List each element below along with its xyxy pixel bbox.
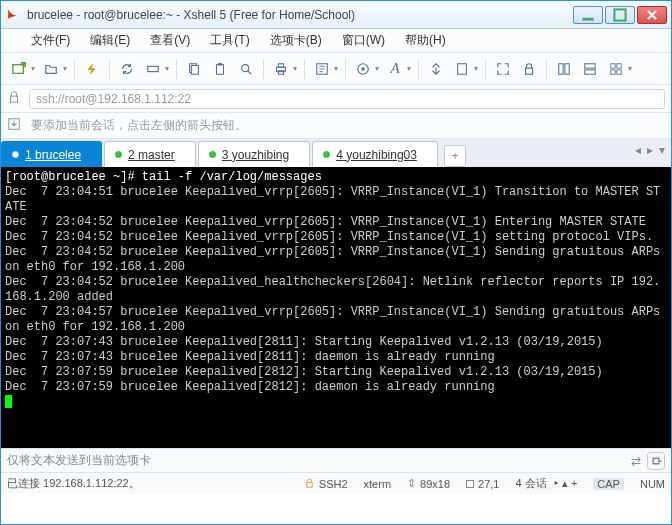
lock-icon <box>7 90 25 107</box>
info-bar: 要添加当前会话，点击左侧的箭头按钮。 <box>1 113 671 139</box>
svg-rect-17 <box>559 63 563 74</box>
menu-edit[interactable]: 编辑(E) <box>82 30 138 51</box>
send-exit-button[interactable] <box>647 452 665 470</box>
terminal-line: Dec 7 23:04:52 brucelee Keepalived_healt… <box>5 275 667 305</box>
new-tab-button[interactable]: + <box>444 145 466 167</box>
close-button[interactable] <box>637 6 667 24</box>
address-input[interactable]: ssh://root@192.168.1.112:22 <box>29 89 665 109</box>
quick-connect-button[interactable] <box>80 57 104 81</box>
menu-tabs[interactable]: 选项卡(B) <box>262 30 330 51</box>
send-hint: 仅将文本发送到当前选项卡 <box>7 452 631 469</box>
terminal-line: Dec 7 23:07:59 brucelee Keepalived[2812]… <box>5 365 667 380</box>
properties-button[interactable] <box>310 57 334 81</box>
svg-rect-1 <box>614 9 625 20</box>
tile-vertical-button[interactable] <box>578 57 602 81</box>
font-button[interactable]: A <box>383 57 407 81</box>
svg-rect-6 <box>217 64 224 74</box>
new-session-button[interactable] <box>7 57 31 81</box>
find-button[interactable] <box>234 57 258 81</box>
fullscreen-button[interactable] <box>491 57 515 81</box>
tab-brucelee[interactable]: 1 brucelee <box>1 141 102 167</box>
svg-rect-10 <box>278 63 283 67</box>
script-button[interactable] <box>450 57 474 81</box>
svg-rect-5 <box>191 65 198 74</box>
terminal-line: Dec 7 23:04:52 brucelee Keepalived_vrrp[… <box>5 245 667 275</box>
paste-button[interactable] <box>208 57 232 81</box>
terminal-line: Dec 7 23:07:43 brucelee Keepalived[2811]… <box>5 350 667 365</box>
tab-list-icon[interactable]: ▾ <box>659 143 665 157</box>
terminal-line: Dec 7 23:04:57 brucelee Keepalived_vrrp[… <box>5 305 667 335</box>
status-connection: 已连接 192.168.1.112:22。 <box>7 476 140 491</box>
dropdown-icon[interactable]: ▾ <box>31 64 35 73</box>
dropdown-icon[interactable]: ▾ <box>474 64 478 73</box>
svg-point-8 <box>242 64 249 71</box>
status-cap: CAP <box>593 478 624 490</box>
status-bar: 已连接 192.168.1.112:22。 SSH2 xterm ⇕89x18 … <box>1 472 671 494</box>
status-dot-icon <box>12 151 19 158</box>
status-ssh: SSH2 <box>304 478 348 490</box>
cursor <box>5 395 12 408</box>
menu-file[interactable]: 文件(F) <box>23 30 78 51</box>
terminal-line: Dec 7 23:04:51 brucelee Keepalived_vrrp[… <box>5 185 667 215</box>
send-mode-icon[interactable]: ⇄ <box>631 454 641 468</box>
svg-rect-24 <box>617 69 621 73</box>
svg-point-14 <box>361 67 365 71</box>
tile-horizontal-button[interactable] <box>552 57 576 81</box>
window-title: brucelee - root@brucelee:~ - Xshell 5 (F… <box>27 8 573 22</box>
status-dot-icon <box>209 151 216 158</box>
toolbar: ▾ ▾ ▾ ▾ ▾ ▾ A▾ ▾ ▾ <box>1 53 671 85</box>
dropdown-icon[interactable]: ▾ <box>293 64 297 73</box>
menu-help[interactable]: 帮助(H) <box>397 30 454 51</box>
status-num: NUM <box>640 478 665 490</box>
menu-window[interactable]: 窗口(W) <box>334 30 393 51</box>
menu-view[interactable]: 查看(V) <box>142 30 198 51</box>
status-term: xterm <box>364 478 392 490</box>
transfer-button[interactable] <box>424 57 448 81</box>
svg-rect-25 <box>11 96 18 102</box>
tab-youzhibing03[interactable]: 4 youzhibing03 <box>312 141 438 167</box>
svg-rect-18 <box>565 63 569 74</box>
reconnect-button[interactable] <box>115 57 139 81</box>
lock-button[interactable] <box>517 57 541 81</box>
prompt: [root@brucelee ~]# <box>5 170 142 184</box>
dropdown-icon[interactable]: ▾ <box>63 64 67 73</box>
dropdown-icon[interactable]: ▾ <box>165 64 169 73</box>
maximize-button[interactable] <box>605 6 635 24</box>
tab-next-icon[interactable]: ▸ <box>647 143 653 157</box>
app-icon <box>5 7 21 23</box>
arrow-save-icon[interactable] <box>7 117 25 134</box>
status-dot-icon <box>323 151 330 158</box>
svg-rect-3 <box>148 66 159 71</box>
dropdown-icon[interactable]: ▾ <box>375 64 379 73</box>
svg-rect-27 <box>307 483 313 488</box>
svg-rect-23 <box>611 69 615 73</box>
color-scheme-button[interactable] <box>351 57 375 81</box>
svg-rect-0 <box>582 17 593 20</box>
terminal-line: Dec 7 23:07:43 brucelee Keepalived[2811]… <box>5 335 667 350</box>
address-text: ssh://root@192.168.1.112:22 <box>36 92 191 106</box>
svg-rect-21 <box>611 63 615 67</box>
copy-button[interactable] <box>182 57 206 81</box>
status-pos: 27,1 <box>466 478 499 490</box>
status-sessions: 4 会话 ‣ ▴ + <box>515 476 577 491</box>
terminal[interactable]: [root@brucelee ~]# tail -f /var/log/mess… <box>1 167 671 448</box>
tab-prev-icon[interactable]: ◂ <box>635 143 641 157</box>
disconnect-button[interactable] <box>141 57 165 81</box>
tile-grid-button[interactable] <box>604 57 628 81</box>
session-tabs: 1 brucelee 2 master 3 youzhibing 4 youzh… <box>1 139 671 167</box>
tab-master[interactable]: 2 master <box>104 141 196 167</box>
dropdown-icon[interactable]: ▾ <box>628 64 632 73</box>
dropdown-icon[interactable]: ▾ <box>334 64 338 73</box>
dropdown-icon[interactable]: ▾ <box>407 64 411 73</box>
status-size: ⇕89x18 <box>407 477 450 490</box>
svg-rect-2 <box>13 64 24 73</box>
menu-tools[interactable]: 工具(T) <box>202 30 257 51</box>
svg-rect-22 <box>617 63 621 67</box>
open-button[interactable] <box>39 57 63 81</box>
tab-youzhibing[interactable]: 3 youzhibing <box>198 141 310 167</box>
info-text: 要添加当前会话，点击左侧的箭头按钮。 <box>31 117 247 134</box>
svg-rect-15 <box>458 63 467 74</box>
minimize-button[interactable] <box>573 6 603 24</box>
print-button[interactable] <box>269 57 293 81</box>
send-bar[interactable]: 仅将文本发送到当前选项卡 ⇄ <box>1 448 671 472</box>
